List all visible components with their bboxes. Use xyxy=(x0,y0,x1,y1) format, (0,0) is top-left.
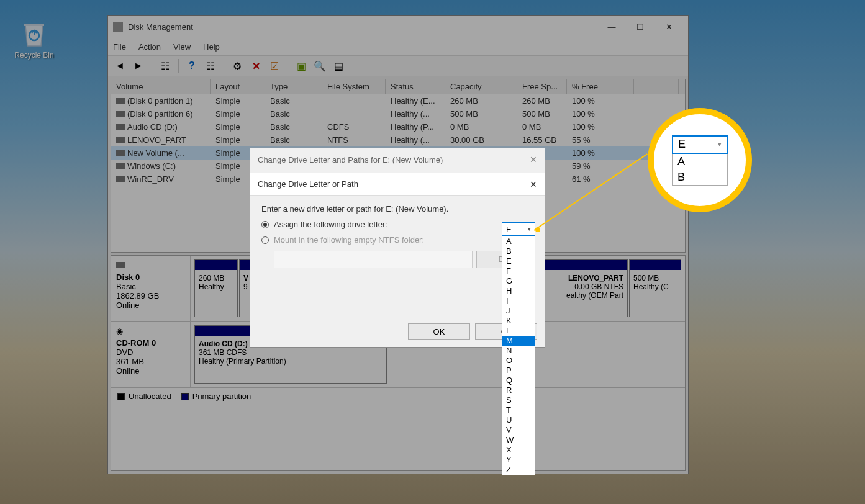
combo-option[interactable]: O xyxy=(502,356,535,366)
combo-option[interactable]: V xyxy=(502,425,535,435)
combo-option[interactable]: R xyxy=(502,385,535,395)
combo-option[interactable]: L xyxy=(502,326,535,336)
close-icon[interactable]: ✕ xyxy=(530,179,537,189)
dialog2-title: Change Drive Letter or Path xyxy=(258,179,358,189)
combo-option[interactable]: N xyxy=(502,346,535,356)
combo-option[interactable]: T xyxy=(502,405,535,415)
dialog-instruction: Enter a new drive letter or path for E: … xyxy=(261,204,533,214)
drive-letter-list[interactable]: ABEFGHIJKLMNOPQRSTUVWXYZ xyxy=(502,236,535,475)
mount-path-input xyxy=(274,251,473,268)
combo-option[interactable]: I xyxy=(502,296,535,306)
callout-combo: E ▾ xyxy=(672,135,728,154)
combo-option[interactable]: F xyxy=(502,266,535,276)
radio-assign[interactable] xyxy=(261,221,269,228)
combo-option[interactable]: S xyxy=(502,395,535,405)
combo-option[interactable]: W xyxy=(502,435,535,445)
dialog1-title: Change Drive Letter and Paths for E: (Ne… xyxy=(258,155,443,164)
combo-option[interactable]: Y xyxy=(502,455,535,465)
radio-mount-label: Mount in the following empty NTFS folder… xyxy=(274,235,424,245)
combo-option[interactable]: B xyxy=(502,246,535,256)
combo-option[interactable]: Z xyxy=(502,465,535,475)
combo-option[interactable]: Q xyxy=(502,376,535,385)
ok-button[interactable]: OK xyxy=(408,323,470,340)
combo-option[interactable]: P xyxy=(502,366,535,376)
combo-option[interactable]: X xyxy=(502,445,535,455)
callout-magnifier: E ▾ A B xyxy=(648,108,752,212)
close-icon[interactable]: ✕ xyxy=(530,155,537,164)
combo-selected: E xyxy=(506,225,512,234)
combo-option[interactable]: U xyxy=(502,415,535,425)
combo-option[interactable]: M xyxy=(502,336,535,346)
chevron-down-icon: ▾ xyxy=(528,226,531,232)
combo-option[interactable]: G xyxy=(502,276,535,286)
combo-option[interactable]: H xyxy=(502,286,535,296)
drive-letter-combo[interactable]: E ▾ xyxy=(502,222,535,236)
combo-option[interactable]: A xyxy=(502,236,535,246)
combo-option[interactable]: J xyxy=(502,306,535,316)
callout-dot xyxy=(535,227,540,232)
radio-mount[interactable] xyxy=(261,236,269,244)
combo-option[interactable]: K xyxy=(502,316,535,326)
chevron-down-icon: ▾ xyxy=(718,140,722,148)
radio-assign-label: Assign the following drive letter: xyxy=(274,220,387,229)
dialog-change-letter-or-path: Change Drive Letter or Path ✕ Enter a ne… xyxy=(250,173,545,348)
combo-option[interactable]: E xyxy=(502,256,535,266)
